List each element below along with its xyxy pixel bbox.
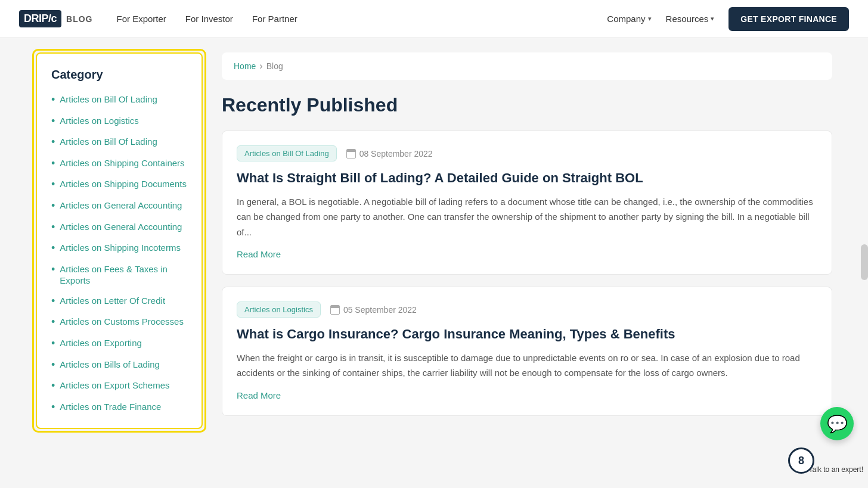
date-meta-1: 05 September 2022 — [330, 305, 417, 315]
card-meta-1: Articles on Logistics 05 September 2022 — [237, 301, 817, 318]
sidebar-link-12[interactable]: Articles on Bills of Lading — [60, 359, 160, 371]
sidebar-category-list: Articles on Bill Of Lading Articles on L… — [51, 94, 187, 414]
sidebar-link-14[interactable]: Articles on Trade Finance — [60, 401, 161, 413]
breadcrumb-blog: Blog — [266, 61, 283, 71]
article-excerpt-1: When the freight or cargo is in transit,… — [237, 350, 817, 381]
sidebar-link-2[interactable]: Articles on Bill Of Lading — [60, 136, 157, 148]
nav-for-investor[interactable]: For Investor — [185, 14, 233, 24]
company-dropdown[interactable]: Company ▾ — [607, 14, 651, 24]
list-item: Articles on General Accounting — [51, 221, 187, 234]
article-tag-0[interactable]: Articles on Bill Of Lading — [237, 145, 337, 161]
sidebar-link-8[interactable]: Articles on Fees & Taxes in Exports — [60, 263, 187, 287]
article-card-0: Articles on Bill Of Lading 08 September … — [222, 130, 832, 275]
list-item: Articles on Shipping Containers — [51, 157, 187, 170]
list-item: Articles on Export Schemes — [51, 380, 187, 393]
list-item: Articles on Bill Of Lading — [51, 136, 187, 149]
calendar-icon-0 — [346, 149, 356, 158]
list-item: Articles on Logistics — [51, 115, 187, 128]
card-meta-0: Articles on Bill Of Lading 08 September … — [237, 145, 817, 161]
nav-links: For Exporter For Investor For Partner — [116, 14, 607, 24]
resources-label: Resources — [666, 14, 709, 24]
company-chevron-icon: ▾ — [648, 15, 652, 23]
resources-dropdown[interactable]: Resources ▾ — [666, 14, 715, 24]
sidebar-link-4[interactable]: Articles on Shipping Documents — [60, 178, 187, 190]
list-item: Articles on Customs Processes — [51, 316, 187, 329]
page-layout: Category Articles on Bill Of Lading Arti… — [17, 38, 851, 443]
sidebar-link-9[interactable]: Articles on Letter Of Credit — [60, 295, 165, 307]
nav-for-partner[interactable]: For Partner — [252, 14, 297, 24]
article-title-0[interactable]: What Is Straight Bill of Lading? A Detai… — [237, 170, 817, 187]
breadcrumb: Home › Blog — [222, 52, 832, 80]
article-card-1: Articles on Logistics 05 September 2022 … — [222, 287, 832, 416]
date-meta-0: 08 September 2022 — [346, 149, 433, 158]
article-date-0: 08 September 2022 — [359, 149, 433, 158]
article-tag-1[interactable]: Articles on Logistics — [237, 301, 321, 318]
logo-text: DRIP/c — [19, 10, 61, 27]
read-more-0[interactable]: Read More — [237, 249, 281, 259]
list-item: Articles on Shipping Documents — [51, 178, 187, 191]
logo[interactable]: DRIP/c BLOG — [19, 10, 92, 27]
sidebar-link-5[interactable]: Articles on General Accounting — [60, 200, 182, 212]
breadcrumb-home[interactable]: Home — [234, 61, 256, 71]
main-content: Home › Blog Recently Published Articles … — [222, 52, 832, 429]
sidebar-link-11[interactable]: Articles on Exporting — [60, 337, 142, 349]
sidebar-link-13[interactable]: Articles on Export Schemes — [60, 380, 169, 391]
list-item: Articles on Exporting — [51, 337, 187, 350]
list-item: Articles on Fees & Taxes in Exports — [51, 263, 187, 287]
blog-label: BLOG — [66, 14, 92, 24]
nav-right: Company ▾ Resources ▾ GET EXPORT FINANCE — [607, 7, 849, 31]
sidebar-link-0[interactable]: Articles on Bill Of Lading — [60, 94, 157, 105]
nav-for-exporter[interactable]: For Exporter — [116, 14, 166, 24]
whatsapp-button[interactable]: 💬 — [820, 407, 854, 440]
sidebar-link-6[interactable]: Articles on General Accounting — [60, 221, 182, 233]
read-more-1[interactable]: Read More — [237, 390, 281, 400]
breadcrumb-separator: › — [259, 61, 262, 72]
section-title: Recently Published — [222, 94, 832, 116]
navigation: DRIP/c BLOG For Exporter For Investor Fo… — [0, 0, 868, 38]
list-item: Articles on Bills of Lading — [51, 359, 187, 372]
sidebar-link-10[interactable]: Articles on Customs Processes — [60, 316, 184, 328]
company-label: Company — [607, 14, 645, 24]
whatsapp-icon: 💬 — [827, 414, 848, 434]
list-item: Articles on General Accounting — [51, 200, 187, 213]
cta-button[interactable]: GET EXPORT FINANCE — [728, 7, 849, 31]
article-date-1: 05 September 2022 — [343, 305, 417, 315]
list-item: Articles on Shipping Incoterms — [51, 242, 187, 255]
list-item: Articles on Bill Of Lading — [51, 94, 187, 107]
calendar-icon-1 — [330, 305, 340, 315]
article-title-1[interactable]: What is Cargo Insurance? Cargo Insurance… — [237, 326, 817, 343]
sidebar-link-3[interactable]: Articles on Shipping Containers — [60, 157, 184, 169]
resources-chevron-icon: ▾ — [711, 15, 714, 23]
sidebar-link-7[interactable]: Articles on Shipping Incoterms — [60, 242, 181, 254]
sidebar: Category Articles on Bill Of Lading Arti… — [36, 52, 203, 429]
list-item: Articles on Letter Of Credit — [51, 295, 187, 308]
list-item: Articles on Trade Finance — [51, 401, 187, 414]
scrollbar-indicator[interactable] — [861, 244, 868, 280]
sidebar-link-1[interactable]: Articles on Logistics — [60, 115, 139, 127]
article-excerpt-0: In general, a BOL is negotiable. A negot… — [237, 194, 817, 240]
sidebar-title: Category — [51, 68, 187, 82]
